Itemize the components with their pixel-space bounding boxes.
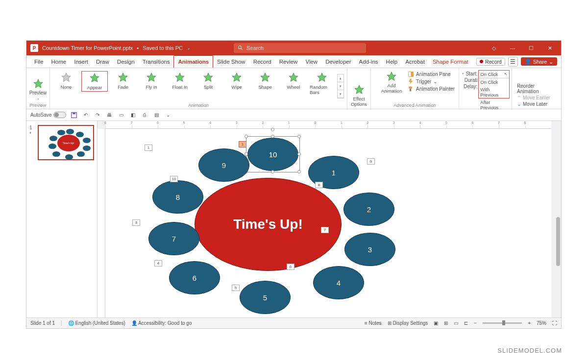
maximize-button[interactable]: ☐ — [524, 41, 539, 55]
tab-draw[interactable]: Draw — [92, 55, 113, 68]
ruler-horizontal: 87654321012345678 — [105, 121, 551, 129]
close-button[interactable]: ✕ — [542, 41, 557, 55]
effect-options-button[interactable]: Effect Options — [348, 83, 370, 108]
qat-icon[interactable]: 🖶 — [105, 111, 113, 119]
start-opt-after[interactable]: After Previous — [479, 98, 509, 111]
share-button[interactable]: 👤 Share ⌄ — [521, 57, 557, 66]
qat-icon[interactable]: ▤ — [152, 111, 160, 119]
sorter-view-button[interactable]: ⊞ — [444, 320, 448, 326]
trigger-button[interactable]: Trigger ⌄ — [408, 78, 455, 85]
slideshow-view-button[interactable]: ⊏ — [464, 320, 468, 326]
search-input[interactable]: Search — [234, 43, 366, 53]
animation-pane-button[interactable]: Animation Pane — [408, 71, 455, 77]
reorder-label: Reorder Animation — [517, 83, 556, 94]
anim-tag[interactable]: 1 — [239, 141, 246, 147]
anim-none[interactable]: None — [53, 71, 79, 91]
undo-button[interactable]: ↶ — [82, 111, 90, 119]
tab-animations[interactable]: Animations — [173, 55, 213, 68]
anim-tag[interactable]: 9 — [367, 158, 375, 165]
zoom-out-button[interactable]: − — [474, 320, 477, 326]
anim-tag[interactable]: 5 — [232, 285, 240, 291]
tab-review[interactable]: Review — [275, 55, 302, 68]
gallery-nav[interactable]: ▴▾▾ — [337, 74, 344, 98]
tab-help[interactable]: Help — [382, 55, 402, 68]
fit-button[interactable]: ⛶ — [552, 320, 557, 326]
notes-button[interactable]: ≡ Notes — [365, 320, 382, 326]
tab-developer[interactable]: Developer — [321, 55, 355, 68]
anim-wipe[interactable]: Wipe — [223, 71, 250, 91]
chevron-down-icon[interactable]: ⌄ — [187, 46, 191, 50]
tab-shapeformat[interactable]: Shape Format — [429, 55, 472, 68]
preview-button[interactable]: Preview⌄ — [26, 77, 50, 101]
anim-tag[interactable]: 6 — [287, 264, 294, 270]
move-later-button[interactable]: ⌄Move Later — [517, 101, 556, 107]
zoom-in-button[interactable]: + — [528, 320, 531, 326]
reading-view-button[interactable]: ▭ — [454, 320, 458, 326]
display-settings-button[interactable]: ⊞ Display Settings — [388, 320, 428, 326]
start-opt-with[interactable]: With Previous — [479, 86, 509, 98]
tab-record[interactable]: Record — [249, 55, 275, 68]
countdown-oval-8[interactable]: 8 — [152, 180, 203, 214]
save-button[interactable] — [70, 111, 78, 119]
autosave-toggle[interactable]: AutoSave — [30, 112, 66, 118]
countdown-oval-5[interactable]: 5 — [240, 281, 291, 314]
scrollbar-vertical[interactable] — [554, 129, 561, 317]
anim-wheel[interactable]: Wheel — [280, 71, 307, 91]
anim-tag[interactable]: 1 — [145, 145, 152, 151]
anim-tag[interactable]: 3 — [132, 219, 140, 226]
move-earlier-button[interactable]: ⌃Move Earlier — [517, 95, 556, 100]
diamond-icon[interactable]: ◇ — [487, 41, 501, 55]
tab-view[interactable]: View — [301, 55, 321, 68]
animation-painter-button[interactable]: Animation Painter — [408, 86, 455, 92]
anim-tag[interactable]: 7 — [321, 227, 329, 233]
tab-addins[interactable]: Add-ins — [355, 55, 382, 68]
anim-appear[interactable]: Appear — [81, 71, 108, 92]
qat-icon[interactable]: ▭ — [117, 111, 125, 119]
countdown-oval-6[interactable]: 6 — [169, 261, 220, 294]
start-opt-onclick[interactable]: On Click — [479, 78, 509, 86]
countdown-oval-3[interactable]: 3 — [344, 233, 395, 266]
qat-icon[interactable]: ⌄ — [164, 111, 172, 119]
slide-thumbnail-1[interactable]: Time's Up! /*mini ovals drawn below via … — [38, 125, 94, 160]
selection-handles[interactable] — [246, 136, 300, 172]
normal-view-button[interactable]: ▣ — [434, 320, 438, 326]
anim-fly-in[interactable]: Fly In — [138, 71, 165, 91]
record-button[interactable]: Record — [476, 58, 505, 66]
comments-button[interactable]: ☰ — [508, 57, 518, 67]
tab-acrobat[interactable]: Acrobat — [401, 55, 429, 68]
redo-button[interactable]: ↷ — [94, 111, 101, 119]
countdown-oval-7[interactable]: 7 — [148, 222, 199, 255]
countdown-oval-2[interactable]: 2 — [343, 193, 394, 226]
anim-tag[interactable]: 8 — [315, 182, 323, 188]
zoom-level[interactable]: 75% — [537, 320, 546, 326]
tab-home[interactable]: Home — [48, 55, 71, 68]
tab-transitions[interactable]: Transitions — [139, 55, 174, 68]
start-dropdown[interactable]: On Click↖ On Click With Previous After P… — [478, 70, 510, 98]
anim-tag[interactable]: 4 — [154, 260, 162, 267]
qat-icon[interactable]: ⎙ — [141, 111, 148, 119]
countdown-oval-4[interactable]: 4 — [313, 266, 364, 299]
tab-insert[interactable]: Insert — [70, 55, 92, 68]
anim-float-in[interactable]: Float In — [167, 71, 193, 91]
anim-split[interactable]: Split — [195, 71, 221, 91]
thumbnail-panel: 1* Time's Up! /*mini ovals drawn below v… — [26, 121, 98, 317]
language-button[interactable]: 🌐 English (United States) — [68, 320, 125, 326]
slide-editor[interactable]: 87654321012345678 Time's Up! 10191198102… — [98, 121, 561, 317]
qat-icon[interactable]: ◧ — [129, 111, 137, 119]
saved-status[interactable]: Saved to this PC — [143, 45, 183, 51]
minimize-button[interactable]: — — [505, 41, 520, 55]
play-icon — [462, 73, 464, 74]
anim-tag[interactable]: 10 — [170, 176, 178, 182]
zoom-slider[interactable] — [483, 322, 522, 324]
slide-canvas[interactable]: Time's Up! 1019119810287337644655 — [105, 129, 551, 317]
countdown-oval-9[interactable]: 9 — [198, 148, 249, 182]
accessibility-button[interactable]: 👤 Accessibility: Good to go — [131, 320, 192, 326]
tab-slideshow[interactable]: Slide Show — [213, 55, 249, 68]
center-oval[interactable]: Time's Up! — [195, 178, 342, 271]
tab-file[interactable]: File — [30, 55, 48, 68]
add-animation-button[interactable]: Add Animation — [377, 70, 406, 95]
anim-random-bars[interactable]: Random Bars — [309, 71, 335, 96]
tab-design[interactable]: Design — [113, 55, 139, 68]
anim-fade[interactable]: Fade — [110, 71, 136, 91]
anim-shape[interactable]: Shape — [252, 71, 278, 91]
